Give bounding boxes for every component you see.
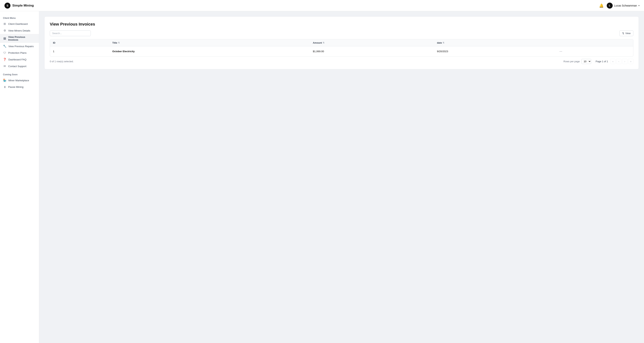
table-row: 1 October Electricity $1,069.00 9/20/202…	[50, 46, 633, 56]
view-button-label: View	[625, 32, 630, 35]
sidebar-item-pause-mining[interactable]: ⏸ Pause Mining	[0, 84, 39, 90]
last-page-button[interactable]: »	[628, 59, 633, 64]
sort-icon-title: ⇅	[118, 42, 120, 44]
logo-icon: S	[4, 2, 10, 8]
pagination: Page 1 of 1 « ‹ › »	[594, 59, 634, 64]
selected-text: 0 of 1 row(s) selected.	[50, 60, 74, 63]
rows-per-page-select[interactable]: 10 20 50	[581, 59, 591, 64]
sidebar-item-label: Pause Mining	[8, 86, 24, 88]
col-amount-sort[interactable]: Amount ⇅	[313, 42, 324, 44]
prev-page-button[interactable]: ‹	[616, 59, 622, 64]
row-more-button[interactable]: ···	[558, 49, 564, 54]
miners-icon: ⚙	[3, 29, 6, 32]
support-icon: ✉	[3, 64, 6, 68]
col-title-sort[interactable]: Title ⇅	[112, 42, 120, 44]
notifications-icon[interactable]: 🔔	[599, 3, 604, 8]
col-actions	[556, 39, 633, 46]
repairs-icon: 🔧	[3, 44, 6, 48]
cell-date: 9/20/2023	[434, 46, 555, 56]
client-menu-label: Client Menu	[0, 15, 39, 20]
user-menu[interactable]: L Lucas Schwamman ▾	[607, 2, 640, 8]
sort-icon-amount: ⇅	[323, 42, 324, 44]
sidebar-item-label: View Miners Details	[8, 29, 30, 32]
logo-area: S Simple Mining	[4, 2, 34, 8]
rows-per-page-label: Rows per page	[564, 60, 580, 63]
sidebar-item-label: View Previous Invoices	[8, 36, 36, 41]
col-id: ID	[50, 39, 109, 46]
rows-per-page-control: Rows per page 10 20 50	[564, 59, 591, 64]
header-right: 🔔 L Lucas Schwamman ▾	[599, 2, 640, 8]
sidebar-item-view-previous-invoices[interactable]: ▤ View Previous Invoices	[0, 34, 39, 43]
dashboard-icon: ⊞	[3, 22, 6, 26]
table-footer: 0 of 1 row(s) selected. Rows per page 10…	[50, 56, 633, 64]
col-amount: Amount ⇅	[310, 39, 434, 46]
page-info: Page 1 of 1	[596, 60, 608, 63]
chevron-down-icon: ▾	[638, 4, 640, 7]
cell-title: October Electricity	[109, 46, 310, 56]
col-title: Title ⇅	[109, 39, 310, 46]
sidebar: Client Menu ⊞ Client Dashboard ⚙ View Mi…	[0, 11, 39, 343]
sidebar-item-miner-marketplace[interactable]: 🏪 Miner Marketplace	[0, 77, 39, 84]
sidebar-item-label: View Previous Repairs	[8, 45, 34, 48]
cell-id: 1	[50, 46, 109, 56]
view-button[interactable]: ⇅ View	[620, 30, 633, 36]
main-content: View Previous Invoices ⇅ View ID	[39, 11, 644, 343]
sidebar-item-label: Miner Marketplace	[8, 79, 29, 82]
search-input[interactable]	[50, 30, 91, 36]
app-name: Simple Mining	[12, 4, 34, 8]
sidebar-item-label: Dashboard FAQ	[8, 58, 26, 61]
sidebar-item-dashboard-faq[interactable]: ❓ Dashboard FAQ	[0, 56, 39, 63]
pause-icon: ⏸	[3, 86, 6, 88]
sort-icon: ⇅	[622, 32, 624, 35]
toolbar: ⇅ View	[50, 30, 633, 36]
col-date-sort[interactable]: date ⇅	[437, 42, 444, 44]
next-page-button[interactable]: ›	[622, 59, 628, 64]
faq-icon: ❓	[3, 58, 6, 61]
user-avatar: L	[607, 2, 613, 8]
invoices-table: ID Title ⇅ Amount	[50, 39, 633, 56]
protection-icon: 🛡	[3, 51, 6, 54]
sidebar-item-label: Contact Support	[8, 65, 26, 68]
table-header-row: ID Title ⇅ Amount	[50, 39, 633, 46]
coming-soon-label: Coming Soon	[0, 72, 39, 77]
invoices-card: View Previous Invoices ⇅ View ID	[44, 16, 639, 69]
sidebar-item-view-previous-repairs[interactable]: 🔧 View Previous Repairs	[0, 43, 39, 50]
cell-actions: ···	[556, 46, 633, 56]
sidebar-item-label: Client Dashboard	[8, 22, 28, 25]
header: S Simple Mining 🔔 L Lucas Schwamman ▾	[0, 0, 644, 11]
sidebar-item-contact-support[interactable]: ✉ Contact Support	[0, 63, 39, 70]
sidebar-item-client-dashboard[interactable]: ⊞ Client Dashboard	[0, 20, 39, 27]
layout: Client Menu ⊞ Client Dashboard ⚙ View Mi…	[0, 11, 644, 343]
page-title: View Previous Invoices	[50, 22, 633, 27]
marketplace-icon: 🏪	[3, 79, 6, 82]
sidebar-item-protection-plans[interactable]: 🛡 Protection Plans	[0, 50, 39, 56]
first-page-button[interactable]: «	[610, 59, 616, 64]
table-body: 1 October Electricity $1,069.00 9/20/202…	[50, 46, 633, 56]
sidebar-item-label: Protection Plans	[8, 52, 26, 54]
invoices-table-wrapper: ID Title ⇅ Amount	[50, 39, 633, 56]
sort-icon-date: ⇅	[443, 42, 444, 44]
col-date: date ⇅	[434, 39, 555, 46]
invoices-icon: ▤	[3, 37, 6, 40]
cell-amount: $1,069.00	[310, 46, 434, 56]
sidebar-item-view-miners-details[interactable]: ⚙ View Miners Details	[0, 27, 39, 34]
user-name: Lucas Schwamman	[614, 4, 637, 7]
